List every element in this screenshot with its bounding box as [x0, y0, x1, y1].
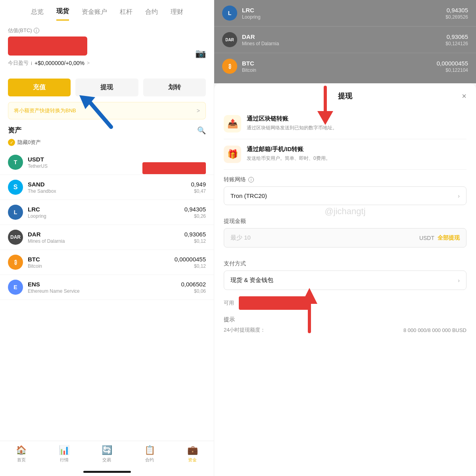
coin-amount-dar: 0,93065	[184, 231, 206, 238]
nav-overview[interactable]: 总览	[31, 8, 44, 20]
available-row: 可用	[224, 296, 466, 310]
right-asset-dar[interactable]: DAR DAR Mines of Dalarnia 0,93065 $0,124…	[214, 27, 476, 53]
right-coin-usd-btc: $0,122104	[437, 67, 468, 73]
nav-contract-label: 合约	[145, 457, 154, 463]
coin-info-dar: DAR Mines of Dalarnia	[28, 231, 184, 244]
withdraw-option-email[interactable]: 🎁 通过邮箱/手机/ID转账 发送给币安用户。简单、即时、0费用。	[224, 139, 466, 170]
transfer-button[interactable]: 划转	[143, 79, 206, 96]
nav-contract[interactable]: 📋 合约	[144, 445, 155, 463]
tips-key: 24小时提现额度：	[224, 326, 265, 334]
right-asset-lrc[interactable]: L LRC Loopring 0,94305 $0,269526	[214, 0, 476, 27]
right-coin-info-btc: BTC Bitcoin	[242, 60, 437, 73]
home-icon: 🏠	[16, 445, 27, 455]
network-section-label: 转账网络 i	[224, 176, 466, 183]
payment-arrow-icon: ›	[458, 277, 460, 284]
coin-icon-dar: DAR	[8, 230, 23, 245]
coin-fullname-sand: The Sandbox	[28, 188, 191, 194]
coin-name-sand: SAND	[28, 181, 191, 188]
right-coin-name-btc: BTC	[242, 60, 437, 67]
assets-header: 资产 🔍	[0, 126, 214, 139]
withdraw-option-blockchain[interactable]: 📤 通过区块链转账 通过区块链网络发送到已知的数字币地址。	[224, 109, 466, 139]
watermark: @jichangtj	[324, 206, 365, 217]
withdraw-button[interactable]: 提现	[75, 79, 138, 96]
coin-amount-lrc: 0,94305	[184, 206, 206, 213]
balance-value-redacted	[8, 36, 87, 56]
coin-usd-btc: $0,12	[175, 263, 206, 269]
right-top-assets: L LRC Loopring 0,94305 $0,269526 DAR DAR…	[214, 0, 476, 83]
asset-item-sand[interactable]: S SAND The Sandbox 0,949 $0,47	[0, 175, 214, 200]
payment-selector[interactable]: 现货 & 资金钱包 ›	[224, 271, 466, 290]
network-selector[interactable]: Tron (TRC20) ›	[224, 186, 466, 205]
nav-wallet[interactable]: 💼 资金	[187, 445, 198, 463]
balance-info-icon[interactable]: i	[34, 28, 39, 33]
coin-amount-btc: 0,00000455	[175, 256, 206, 263]
coin-balance-sand: 0,949 $0,47	[191, 181, 206, 194]
right-coin-balance-btc: 0,00000455 $0,122104	[437, 60, 468, 73]
coin-icon-ens: E	[8, 280, 23, 295]
daily-pnl-label: 今日盈亏	[8, 60, 29, 67]
right-coin-usd-dar: $0,124126	[445, 41, 468, 46]
camera-icon[interactable]: 📷	[195, 48, 206, 59]
asset-item-dar[interactable]: DAR DAR Mines of Dalarnia 0,93065 $0,12	[0, 225, 214, 250]
right-panel: L LRC Loopring 0,94305 $0,269526 DAR DAR…	[214, 0, 476, 476]
coin-usd-dar: $0,12	[184, 238, 206, 244]
network-info-icon[interactable]: i	[248, 177, 254, 182]
asset-item-btc[interactable]: ₿ BTC Bitcoin 0,00000455 $0,12	[0, 250, 214, 275]
nav-finance[interactable]: 理财	[171, 8, 183, 20]
nav-market[interactable]: 📊 行情	[59, 445, 69, 463]
coin-name-ens: ENS	[28, 281, 181, 288]
blockchain-icon: 📤	[224, 115, 241, 132]
coin-usd-ens: $0,06	[181, 288, 206, 294]
nav-funding[interactable]: 资金账户	[82, 8, 107, 20]
convert-banner[interactable]: 将小额资产快捷转换为BNB >	[8, 102, 206, 119]
network-selector-value: Tron (TRC20)	[230, 192, 267, 199]
asset-item-lrc[interactable]: L LRC Loopring 0,94305 $0,26	[0, 200, 214, 225]
hide-zero-icon	[8, 139, 15, 146]
blockchain-option-desc: 通过区块链网络发送到已知的数字币地址。	[247, 124, 337, 131]
nav-leverage[interactable]: 杠杆	[120, 8, 132, 20]
amount-right: USDT 全部提现	[419, 234, 460, 242]
nav-home[interactable]: 🏠 首页	[16, 445, 27, 463]
left-panel: 总览 现货 资金账户 杠杆 合约 理财 估值(BTC) i 📷 今日盈亏 i +…	[0, 0, 214, 476]
amount-placeholder: 最少 10	[230, 234, 251, 242]
modal-close-button[interactable]: ×	[462, 92, 466, 101]
coin-info-btc: BTC Bitcoin	[28, 256, 175, 269]
right-asset-btc[interactable]: ₿ BTC Bitcoin 0,00000455 $0,122104	[214, 53, 476, 79]
deposit-button[interactable]: 充值	[8, 79, 71, 96]
tips-section: 提示 24小时提现额度： 8 000 000/8 000 000 BUSD	[224, 316, 466, 334]
asset-item-ens[interactable]: E ENS Ethereum Name Service 0,006502 $0,…	[0, 275, 214, 300]
asset-item-usdt[interactable]: T USDT TetherUS	[0, 150, 214, 175]
nav-trade[interactable]: 🔄 交易	[102, 445, 112, 463]
right-coin-amount-btc: 0,00000455	[437, 60, 468, 67]
assets-title: 资产	[8, 126, 21, 135]
tips-label: 提示	[224, 316, 466, 323]
nav-spot[interactable]: 现货	[56, 7, 69, 21]
right-coin-name-lrc: LRC	[242, 7, 445, 13]
search-icon[interactable]: 🔍	[197, 126, 206, 135]
coin-info-lrc: LRC Loopring	[28, 206, 184, 219]
coin-balance-dar: 0,93065 $0,12	[184, 231, 206, 244]
top-navigation: 总览 现货 资金账户 杠杆 合约 理财	[0, 0, 214, 21]
pnl-info-icon[interactable]: i	[31, 60, 32, 66]
usdt-balance-redacted	[142, 162, 206, 174]
daily-pnl-row: 今日盈亏 i +$0,000000/+0,00% >	[8, 60, 206, 67]
coin-fullname-ens: Ethereum Name Service	[28, 288, 181, 294]
hide-zero-row[interactable]: 隐藏0资产	[0, 139, 214, 150]
wallet-icon: 💼	[187, 445, 198, 455]
right-coin-fullname-btc: Bitcoin	[242, 67, 437, 73]
amount-all-button[interactable]: 全部提现	[438, 234, 460, 242]
action-buttons: 充值 提现 划转	[0, 73, 214, 102]
withdraw-modal: @jichangtj 提现 × 📤 通过区块链转账 通过区块链网络发送到已知的数…	[214, 83, 476, 476]
hide-zero-text: 隐藏0资产	[17, 139, 41, 146]
nav-trade-label: 交易	[102, 457, 111, 463]
nav-futures[interactable]: 合约	[145, 8, 158, 20]
coin-icon-lrc: L	[8, 205, 23, 220]
modal-header: 提现 ×	[224, 91, 466, 101]
balance-label: 估值(BTC) i	[8, 27, 206, 34]
coin-usd-sand: $0,47	[191, 188, 206, 194]
network-arrow-icon: ›	[458, 193, 460, 199]
tips-row: 24小时提现额度： 8 000 000/8 000 000 BUSD	[224, 326, 466, 334]
email-option-title: 通过邮箱/手机/ID转账	[247, 146, 330, 153]
right-coin-fullname-lrc: Loopring	[242, 14, 445, 20]
pnl-arrow[interactable]: >	[87, 60, 90, 66]
